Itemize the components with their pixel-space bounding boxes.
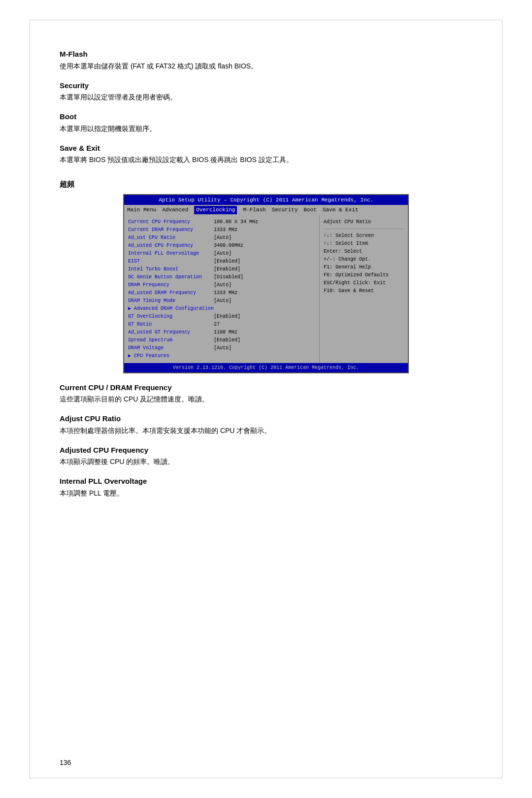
- bios-row-internal-pll: Internal PLL Overvoltage [Auto]: [128, 250, 315, 257]
- current-cpu-dram-title: Current CPU / DRAM Frequency: [60, 382, 472, 394]
- boot-desc: 本選單用以指定開機裝置順序。: [60, 124, 472, 134]
- menu-main: Main Menu: [127, 206, 156, 214]
- menu-security: Security: [272, 206, 298, 214]
- internal-pll-section: Internal PLL Overvoltage 本項調整 PLL 電壓。: [60, 476, 472, 499]
- bios-row-adj-cpu-freq: Ad_usted CPU Frequency 3400.00MHz: [128, 242, 315, 249]
- adjusted-cpu-freq-title: Adjusted CPU Frequency: [60, 445, 472, 456]
- bios-row-intel-turbo: Intel Turbo Boost [Enabled]: [128, 266, 315, 273]
- security-desc: 本選單用以設定管理者及使用者密碼。: [60, 92, 472, 102]
- mflash-title: M-Flash: [60, 49, 472, 60]
- bios-row-dram-freq: DRAM Frequency [Auto]: [128, 281, 315, 289]
- bios-row-dram-timing: DRAM Timing Mode [Auto]: [128, 297, 315, 304]
- menu-overclocking: Overclocking: [194, 206, 237, 214]
- menu-saveexit: Save & Exit: [323, 206, 359, 214]
- adjusted-cpu-freq-desc: 本項顯示調整後 CPU 的頻率。唯讀。: [60, 457, 472, 467]
- boot-title: Boot: [60, 111, 472, 123]
- saveexit-title: Save & Exit: [60, 143, 472, 154]
- bios-row-adj-dram-freq: Ad_usted DRAM Frequency 1333 MHz: [128, 289, 315, 297]
- bios-row-gt-ratio: GT Ratio 27: [128, 321, 315, 328]
- bios-row-gt-oc: GT OverClocking [Enabled]: [128, 313, 315, 320]
- bios-left-panel: Current CPU Frequency 100.00 X 34 MHz Cu…: [124, 215, 319, 363]
- bios-row-dram-voltage: DRAM Voltage [Auto]: [128, 344, 315, 352]
- current-cpu-dram-section: Current CPU / DRAM Frequency 這些選項顯示目前的 C…: [60, 382, 472, 405]
- bios-screenshot: Aptio Setup Utility – Copyright (C) 2011…: [123, 194, 409, 373]
- bios-footer: Version 2.13.1216. Copyright (C) 2011 Am…: [124, 363, 408, 372]
- adjusted-cpu-freq-section: Adjusted CPU Frequency 本項顯示調整後 CPU 的頻率。唯…: [60, 445, 472, 467]
- bios-row-adv-dram: Advanced DRAM Configuration: [128, 305, 315, 312]
- bios-row-spread-spectrum: Spread Spectrum [Enabled]: [128, 336, 315, 344]
- bios-row-oc-genie: OC Genie Button Operation [Disabled]: [128, 273, 315, 281]
- bios-row-adj-gt-freq: Ad_usted GT Frequency 1100 MHz: [128, 329, 315, 336]
- bios-row-current-cpu-freq: Current CPU Frequency 100.00 X 34 MHz: [128, 218, 315, 226]
- internal-pll-title: Internal PLL Overvoltage: [60, 476, 472, 487]
- bios-row-current-dram-freq: Current DRAM Frequency 1333 MHz: [128, 226, 315, 233]
- mflash-section: M-Flash 使用本選單由儲存裝置 (FAT 或 FAT32 格式) 讀取或 …: [60, 49, 472, 71]
- boot-section: Boot 本選單用以指定開機裝置順序。: [60, 111, 472, 134]
- menu-boot: Boot: [303, 206, 316, 214]
- bios-menubar: Main Menu Advanced Overclocking M-Flash …: [124, 205, 408, 215]
- adjust-cpu-ratio-section: Adjust CPU Ratio 本項控制處理器倍頻比率。本項需安裝支援本功能的…: [60, 413, 472, 436]
- bios-help-text: Adjust CPU Ratio: [324, 218, 404, 226]
- menu-mflash: M-Flash: [243, 206, 266, 214]
- adjust-cpu-ratio-title: Adjust CPU Ratio: [60, 413, 472, 425]
- saveexit-desc: 本選單將 BIOS 預設值或出廠預設設定載入 BIOS 後再跳出 BIOS 設定…: [60, 155, 472, 165]
- bios-row-eist: EIST [Enabled]: [128, 258, 315, 265]
- bios-key-help: ↑↓: Select Screen ↑↓: Select Item Enter:…: [324, 232, 404, 295]
- page-number: 136: [60, 758, 71, 768]
- bios-right-panel: Adjust CPU Ratio ↑↓: Select Screen ↑↓: S…: [319, 215, 408, 363]
- bios-titlebar: Aptio Setup Utility – Copyright (C) 2011…: [124, 195, 408, 205]
- menu-advanced: Advanced: [162, 206, 188, 214]
- security-section: Security 本選單用以設定管理者及使用者密碼。: [60, 80, 472, 103]
- internal-pll-desc: 本項調整 PLL 電壓。: [60, 488, 472, 499]
- current-cpu-dram-desc: 這些選項顯示目前的 CPU 及記憶體速度。唯讀。: [60, 394, 472, 404]
- bios-divider: [324, 229, 404, 229]
- security-title: Security: [60, 80, 472, 92]
- adjust-cpu-ratio-desc: 本項控制處理器倍頻比率。本項需安裝支援本功能的 CPU 才會顯示。: [60, 426, 472, 436]
- bios-row-cpu-features: CPU Features: [128, 352, 315, 360]
- bios-body: Current CPU Frequency 100.00 X 34 MHz Cu…: [124, 215, 408, 363]
- bios-row-adj-cpu-ratio: Ad_ust CPU Ratio [Auto]: [128, 234, 315, 241]
- mflash-desc: 使用本選單由儲存裝置 (FAT 或 FAT32 格式) 讀取或 flash BI…: [60, 61, 472, 71]
- bios-heading: 超頻: [60, 179, 472, 190]
- saveexit-section: Save & Exit 本選單將 BIOS 預設值或出廠預設設定載入 BIOS …: [60, 143, 472, 166]
